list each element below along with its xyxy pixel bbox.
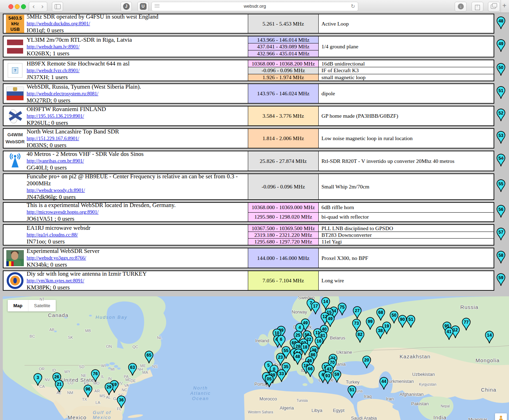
receiver-link[interactable]: http://195.165.136.219:8901/ (27, 113, 84, 119)
map-marker[interactable]: 38 (376, 326, 385, 339)
map-marker[interactable]: 41 (444, 327, 454, 340)
extension-button-1[interactable]: J (121, 2, 132, 12)
map-marker[interactable]: 82 (355, 330, 365, 343)
receiver-icon (5, 272, 25, 289)
receiver-link[interactable]: http://ym3km.sytes.net:8091/ (27, 278, 84, 284)
receiver-locator-users: KP26UL; 0 users (27, 119, 106, 126)
sidebar-button[interactable] (52, 2, 63, 12)
map-marker[interactable]: 66 (306, 364, 315, 377)
receiver-icon (5, 109, 25, 123)
receiver-title: Funcube pro+ on pi2 @ HB9EUE - Center Fr… (27, 173, 248, 187)
map-marker[interactable]: 05 (265, 374, 274, 387)
new-tab-button[interactable]: + (502, 2, 507, 10)
satellite-button[interactable]: Satellite (28, 300, 56, 311)
row-map-marker[interactable]: 51 (496, 86, 505, 101)
map-marker[interactable]: 51 (406, 315, 415, 328)
receiver-link[interactable]: http://websdr.ham.lv:8901/ (27, 44, 80, 50)
map-marker[interactable]: 90 (398, 315, 407, 328)
street-view-pegman[interactable] (495, 413, 507, 420)
map-label: QC (133, 345, 138, 349)
receiver-link[interactable]: http://151.229.167.6:8901/ (27, 136, 79, 142)
map-marker[interactable]: 65 (144, 351, 154, 364)
band-frequency: 143.966 - 146.014 MHz (248, 36, 319, 43)
row-map-marker[interactable]: 53 (496, 131, 505, 145)
row-map-marker[interactable]: 48 (496, 16, 505, 30)
map-label: Algeria (280, 405, 294, 411)
receiver-link[interactable]: http://websdr.electrosystem.ru:8081/ (27, 91, 99, 97)
antenna-description: 6dB riffle horn (319, 203, 494, 212)
share-button[interactable] (471, 2, 483, 12)
receiver-link[interactable]: http://websdr.yo3ggx.ro:8766/ (27, 255, 86, 261)
row-map-marker[interactable]: 57 (496, 227, 505, 242)
row-map-marker[interactable]: 52 (496, 109, 505, 123)
antenna-description: Long wire (319, 271, 494, 290)
map-marker[interactable]: 96 (83, 385, 93, 398)
map-marker[interactable]: 77 (462, 318, 471, 331)
map-label: Turkey (346, 379, 359, 385)
antenna-description: GP home made (PA3HBB/G0BZF) (319, 106, 494, 125)
receiver-link[interactable]: http://microwavesdr.hopto.org:8901/ (27, 209, 99, 215)
receiver-link[interactable]: http://websdr.duckdns.org:8901/ (27, 21, 90, 27)
svg-text:82: 82 (358, 332, 362, 337)
row-map-marker[interactable]: 50 (496, 63, 505, 77)
forward-button[interactable]: › (38, 2, 47, 12)
band-list: 143.966 - 146.014 MHz1/4 ground plane437… (248, 36, 494, 57)
row-map-marker[interactable]: 56 (496, 205, 505, 219)
minimize-window-button[interactable] (15, 4, 20, 9)
map-marker[interactable]: 48 (293, 352, 302, 365)
address-bar[interactable]: websdr.org ↻ (151, 2, 358, 11)
svg-text:17: 17 (313, 304, 318, 309)
romania-flag-icon (6, 261, 14, 266)
map-marker[interactable]: 63 (128, 363, 137, 376)
receiver-locator-users: JO61VA51 ; 0 users (27, 215, 176, 222)
map-button[interactable]: Map (8, 300, 28, 311)
zoom-window-button[interactable] (21, 4, 26, 9)
map-marker[interactable]: 75 (338, 303, 347, 316)
reload-icon[interactable]: ↻ (351, 3, 355, 9)
map-marker[interactable]: 21 (55, 380, 64, 393)
map-marker[interactable]: 51 (347, 385, 357, 398)
row-map-marker[interactable]: 55 (496, 179, 505, 194)
map-marker[interactable]: 14 (485, 331, 494, 344)
map-label: NE (81, 373, 86, 378)
band-frequency: 10367.500 - 10369.500 MHz (248, 225, 319, 232)
tab-overview-button[interactable] (488, 2, 500, 12)
world-map[interactable]: Map Satellite CanadaUnited StatesMexicoR… (3, 296, 509, 420)
receiver-row: EA1RJ microwave websdrhttp://ea1rj.cloud… (3, 224, 494, 246)
receiver-link[interactable]: http://websdr.fvzr.ch:8901/ (27, 68, 80, 74)
band-list: 10368.000 - 10368.200 MHz16dB unidirecti… (248, 60, 494, 81)
map-marker[interactable]: 76 (91, 369, 100, 382)
map-marker[interactable]: 59 (332, 370, 341, 383)
map-marker[interactable]: 93 (323, 371, 332, 384)
row-map-marker[interactable]: 49 (496, 39, 505, 54)
map-label: MA (142, 370, 148, 374)
map-marker[interactable]: 17 (311, 302, 320, 315)
map-marker[interactable]: 68 (376, 308, 385, 321)
receiver-description-cell: Funcube pro+ on pi2 @ HB9EUE - Center Fr… (4, 174, 248, 199)
receiver-icon (5, 87, 25, 100)
receiver-title: Diy sdr with long wire antenna in Izmir … (27, 270, 147, 277)
back-button[interactable]: ‹ (29, 2, 39, 12)
map-type-control: Map Satellite (8, 300, 56, 311)
map-label: NS (152, 364, 157, 369)
map-label: Libya (311, 408, 322, 413)
map-marker[interactable]: 20 (362, 356, 371, 369)
row-map-marker[interactable]: 58 (496, 250, 505, 265)
close-window-button[interactable] (8, 4, 13, 9)
map-marker[interactable]: 27 (353, 306, 362, 319)
extension-button-2[interactable]: U (137, 2, 149, 12)
map-marker[interactable]: 99 (366, 317, 375, 330)
map-marker[interactable]: 29 (104, 383, 114, 395)
map-marker[interactable]: 33 (277, 369, 286, 382)
receiver-description-cell: G4WIMWebSDRNorth West Lancashire Top Ban… (4, 129, 248, 148)
map-marker[interactable]: 36 (117, 395, 126, 408)
row-map-marker[interactable]: 59 (496, 273, 505, 288)
receiver-link[interactable]: http://ea1rj.cloudns.cc:88/ (27, 232, 78, 238)
receiver-link[interactable]: http://websdr.woody.ch:8901/ (27, 187, 85, 194)
band-frequency: 144.000 - 146.000 MHz (248, 248, 319, 268)
downloads-button[interactable]: ↓ (455, 2, 467, 12)
receiver-link[interactable]: http://ivanribas.com.br:8901/ (27, 158, 84, 164)
map-label: VA (124, 383, 129, 387)
map-marker[interactable]: 3 (33, 373, 42, 386)
map-marker[interactable]: 44 (379, 377, 388, 390)
